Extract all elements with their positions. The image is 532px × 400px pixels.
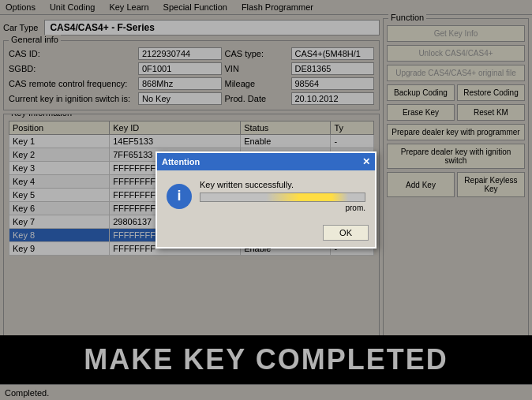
modal-titlebar: Attention ✕ bbox=[157, 153, 375, 170]
modal-message: Key written successfully. bbox=[200, 180, 365, 189]
modal-sub-message: prom. bbox=[200, 204, 365, 212]
attention-dialog: Attention ✕ i Key written successfully. … bbox=[155, 151, 377, 249]
loading-bar bbox=[200, 193, 365, 202]
modal-body: i Key written successfully. prom. bbox=[157, 170, 375, 222]
ok-button[interactable]: OK bbox=[323, 225, 369, 241]
modal-title: Attention bbox=[162, 157, 200, 166]
modal-footer: OK bbox=[157, 222, 375, 247]
info-icon: i bbox=[167, 184, 192, 209]
modal-overlay: Attention ✕ i Key written successfully. … bbox=[0, 0, 532, 400]
modal-content: Key written successfully. prom. bbox=[200, 180, 365, 212]
modal-close-button[interactable]: ✕ bbox=[362, 156, 370, 167]
